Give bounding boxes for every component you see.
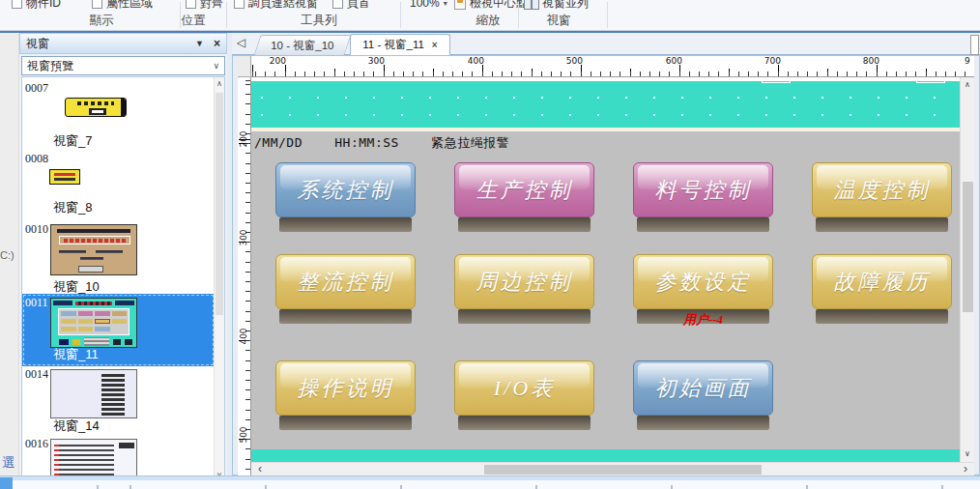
ruler-tick-label: 9 — [965, 56, 980, 66]
hmi-button-fault-history[interactable]: 故障履历 — [812, 254, 952, 309]
hmi-button-system-control[interactable]: 系统控制 — [275, 162, 416, 217]
sidebar-scroll-thumb[interactable] — [216, 93, 223, 315]
hmi-button-temperature-control[interactable]: 温度控制 — [812, 162, 952, 217]
zoom-level-dropdown[interactable]: 100% ▾ — [410, 0, 447, 13]
tab-scroll-right-button[interactable] — [970, 35, 979, 55]
design-canvas[interactable]: /MM/DD HH:MM:SS 紧急拉绳报警 系统控制 生产控制 料号控制 温度… — [251, 77, 960, 462]
scroll-left-icon[interactable]: ‹ — [253, 463, 267, 476]
button-shadow — [458, 309, 591, 324]
horizontal-scrollbar[interactable]: ‹ › — [251, 462, 974, 475]
ruler-tick-label: 300 — [239, 223, 248, 252]
canvas-footer-band[interactable] — [251, 449, 960, 462]
button-shadow — [816, 217, 948, 232]
tile-windows-button[interactable]: 視窗並列 — [524, 0, 589, 13]
group-label-zoom: 縮放 — [476, 13, 501, 29]
ribbon: 物件ID 屬性區域 對齊 調頁連結視窗 頁首 100% ▾ 檢視中心點 視窗並列 — [0, 0, 980, 31]
canvas-header-band[interactable] — [251, 81, 960, 128]
thumb-detail — [77, 101, 114, 105]
button-shadow — [279, 217, 412, 232]
document-tabbar: ◁ 10 - 視窗_10 11 - 視窗_11 × — [232, 33, 980, 55]
hmi-button-io-table[interactable]: I/O表 — [454, 360, 594, 416]
window-label: 視窗_8 — [53, 199, 92, 216]
panel-menu-icon[interactable]: ▼ — [195, 39, 204, 48]
tab-close-icon[interactable]: × — [432, 40, 438, 50]
hmi-button-production-control[interactable]: 生产控制 — [454, 162, 594, 217]
ruler-tick-label: 400 — [465, 56, 484, 66]
tab-label: 10 - 視窗_10 — [258, 36, 347, 55]
scroll-down-icon[interactable]: ∨ — [961, 448, 974, 460]
tab-scroll-left-icon[interactable]: ◁ — [237, 36, 245, 49]
button-shadow — [816, 309, 948, 324]
chevron-down-icon[interactable]: ▾ — [444, 0, 447, 8]
thumb-detail — [54, 173, 75, 176]
hmi-button-parameter-setting[interactable]: 参数设定 — [633, 254, 773, 309]
checkbox-object-id[interactable]: 物件ID — [12, 0, 61, 13]
hmi-button-part-no-control[interactable]: 料号控制 — [633, 162, 773, 217]
ruler-tick-label: 600 — [663, 56, 682, 66]
ruler-tick-label: 200 — [239, 125, 248, 154]
button-shadow — [279, 416, 412, 430]
vertical-scroll-thumb[interactable] — [963, 182, 973, 312]
thumb-detail — [59, 250, 86, 253]
tab-window-11[interactable]: 11 - 視窗_11 × — [350, 34, 450, 56]
checkbox-icon[interactable] — [234, 0, 245, 9]
dot-grid — [261, 114, 957, 116]
window-id: 0007 — [25, 81, 48, 96]
horizontal-scroll-thumb[interactable] — [484, 465, 762, 475]
vertical-ruler: 200 300 400 500 — [238, 77, 251, 475]
checkbox-icon[interactable] — [92, 0, 102, 9]
left-dock-strip: C:) 選 — [0, 33, 19, 475]
thumbnail-window-10[interactable] — [50, 224, 137, 275]
dock-text-fragment: 選 — [2, 454, 14, 472]
thumbnail-window-8[interactable] — [49, 169, 80, 185]
window-panel-titlebar[interactable]: 視窗 ▼ × — [19, 33, 227, 54]
thumb-detail — [96, 250, 123, 253]
hmi-button-initial-screen[interactable]: 初始画面 — [633, 360, 773, 416]
ruler-tick-label: 700 — [762, 56, 781, 66]
ribbon-separator — [607, 2, 608, 28]
sidebar-scrollbar[interactable]: ∧ ∨ — [214, 77, 224, 489]
checkbox-snap[interactable]: 對齊 — [186, 0, 223, 13]
hmi-button-peripheral-control[interactable]: 周边控制 — [454, 254, 594, 309]
tab-window-10[interactable]: 10 - 視窗_10 — [254, 35, 352, 55]
scroll-right-icon[interactable]: › — [959, 463, 972, 476]
thumb-detail — [125, 339, 132, 345]
scroll-up-icon[interactable]: ∧ — [215, 78, 224, 90]
thumb-detail — [58, 308, 130, 335]
vertical-scrollbar[interactable]: ∧ ∨ — [960, 77, 974, 462]
hmi-button-rectifier-control[interactable]: 整流控制 — [275, 254, 416, 309]
thumb-detail — [75, 302, 112, 305]
panel-close-icon[interactable]: × — [214, 37, 220, 50]
canvas-divider-band — [251, 128, 960, 131]
checkbox-label: 對齊 — [200, 0, 223, 12]
checkbox-icon[interactable] — [332, 0, 343, 9]
checkbox-header[interactable]: 頁首 — [332, 0, 370, 13]
chevron-down-icon[interactable]: ∨ — [213, 61, 219, 71]
window-panel: 視窗 ▼ × 視窗預覽 ∨ 0007 視窗_7 0008 視窗_8 0010 — [19, 33, 227, 489]
thumbnail-window-11[interactable] — [50, 298, 137, 348]
hmi-button-operation-guide[interactable]: 操作说明 — [275, 360, 416, 416]
view-center-button[interactable]: 檢視中心點 — [454, 0, 528, 13]
dot-grid — [261, 97, 957, 99]
scroll-up-icon[interactable]: ∧ — [961, 79, 974, 91]
checkbox-label: 屬性區域 — [106, 0, 153, 12]
user-level-text: 用户--4 — [633, 311, 773, 329]
thumbnail-window-14[interactable] — [50, 369, 137, 418]
checkbox-icon[interactable] — [186, 0, 196, 9]
datetime-alarm-text[interactable]: /MM/DD HH:MM:SS 紧急拉绳报警 — [254, 134, 509, 152]
thumb-detail — [113, 339, 121, 345]
thumbnail-window-7[interactable] — [65, 98, 127, 117]
checkbox-page-link-window[interactable]: 調頁連結視窗 — [234, 0, 318, 13]
ruler-corner — [238, 56, 251, 77]
button-shadow — [637, 217, 769, 232]
tile-windows-label: 視窗並列 — [542, 0, 589, 12]
checkbox-attribute-area[interactable]: 屬性區域 — [92, 0, 153, 13]
hmi-editor-window: 物件ID 屬性區域 對齊 調頁連結視窗 頁首 100% ▾ 檢視中心點 視窗並列 — [0, 0, 980, 489]
group-label-window: 視窗 — [547, 13, 571, 29]
thumb-detail — [59, 339, 69, 345]
thumb-detail — [119, 443, 134, 448]
thumb-detail — [54, 178, 75, 181]
window-preview-select[interactable]: 視窗預覽 ∨ — [21, 56, 225, 75]
status-tick-marks — [0, 485, 980, 489]
checkbox-icon[interactable] — [12, 0, 22, 9]
